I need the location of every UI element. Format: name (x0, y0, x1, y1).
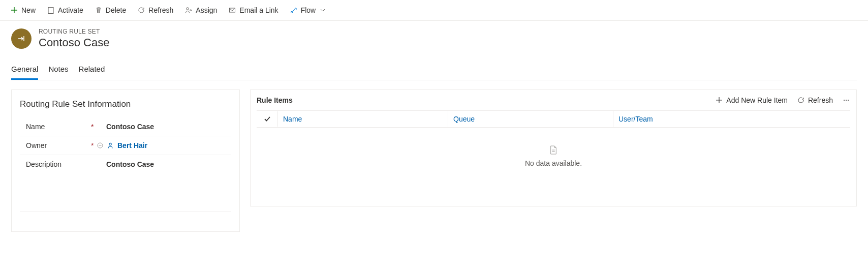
empty-state: No data available. (257, 128, 850, 186)
entity-type-label: ROUTING RULE SET (39, 28, 109, 35)
rule-items-panel: Rule Items Add New Rule Item Refresh (250, 90, 857, 206)
svg-point-8 (848, 100, 849, 101)
page-title: Contoso Case (39, 36, 109, 49)
main-content: ROUTING RULE SET Contoso Case General No… (0, 21, 868, 247)
delete-button[interactable]: Delete (94, 4, 127, 16)
refresh-button[interactable]: Refresh (136, 4, 174, 16)
command-bar: New Activate Delete Refresh Assign Email… (0, 0, 868, 21)
svg-point-1 (187, 8, 189, 10)
assign-icon (184, 6, 193, 14)
column-name[interactable]: Name (278, 111, 448, 127)
description-label: Description (26, 160, 91, 168)
plus-icon (715, 96, 723, 104)
svg-point-7 (846, 100, 847, 101)
delete-label: Delete (106, 6, 126, 14)
svg-point-3 (291, 11, 292, 13)
rule-refresh-button[interactable]: Refresh (797, 96, 833, 104)
info-panel-title: Routing Rule Set Information (20, 99, 231, 109)
entity-badge-icon (11, 28, 32, 49)
tab-related[interactable]: Related (79, 62, 105, 80)
description-value: Contoso Case (106, 160, 154, 168)
flow-icon (290, 6, 298, 14)
svg-point-6 (844, 100, 845, 101)
assign-button[interactable]: Assign (183, 4, 218, 16)
activate-button[interactable]: Activate (46, 4, 84, 16)
flow-label: Flow (301, 6, 316, 14)
new-label: New (21, 6, 36, 14)
field-description[interactable]: Description Contoso Case (20, 155, 231, 211)
refresh-icon (137, 6, 145, 14)
new-button[interactable]: New (9, 4, 37, 16)
activate-label: Activate (58, 6, 83, 14)
owner-value-link[interactable]: Bert Hair (106, 141, 147, 150)
document-icon (549, 146, 557, 154)
entity-header: ROUTING RULE SET Contoso Case (11, 28, 857, 49)
person-icon (106, 141, 114, 150)
tab-general[interactable]: General (11, 62, 38, 80)
email-link-label: Email a Link (239, 6, 278, 14)
lock-icon (97, 142, 106, 148)
more-icon (842, 96, 850, 104)
required-icon: * (91, 141, 97, 150)
grid-header: Name Queue User/Team (257, 110, 850, 128)
svg-rect-2 (230, 8, 235, 12)
field-name[interactable]: Name * Contoso Case (20, 117, 231, 136)
owner-value: Bert Hair (117, 141, 147, 150)
owner-label: Owner (26, 141, 91, 150)
refresh-icon (797, 96, 805, 104)
flow-button[interactable]: Flow (289, 4, 328, 16)
empty-text: No data available. (525, 159, 582, 167)
add-rule-item-button[interactable]: Add New Rule Item (715, 96, 788, 104)
email-link-button[interactable]: Email a Link (227, 4, 279, 16)
svg-point-5 (109, 143, 111, 145)
column-queue[interactable]: Queue (448, 111, 613, 127)
tab-notes[interactable]: Notes (48, 62, 68, 80)
svg-rect-0 (48, 8, 53, 14)
name-label: Name (26, 123, 91, 131)
select-all-column[interactable] (257, 111, 278, 127)
plus-icon (10, 6, 18, 14)
info-panel: Routing Rule Set Information Name * Cont… (11, 90, 240, 232)
refresh-label: Refresh (148, 6, 173, 14)
assign-label: Assign (196, 6, 217, 14)
trash-icon (95, 6, 103, 14)
email-icon (228, 6, 236, 14)
more-button[interactable] (842, 96, 850, 104)
required-icon: * (91, 123, 97, 131)
activate-icon (47, 6, 55, 14)
tab-list: General Notes Related (11, 62, 857, 80)
add-rule-label: Add New Rule Item (726, 96, 788, 104)
column-user-team[interactable]: User/Team (613, 111, 850, 127)
rule-refresh-label: Refresh (808, 96, 833, 104)
name-value: Contoso Case (106, 123, 154, 131)
field-owner[interactable]: Owner * Bert Hair (20, 136, 231, 155)
chevron-down-icon (319, 6, 327, 14)
rule-items-title: Rule Items (257, 96, 293, 104)
